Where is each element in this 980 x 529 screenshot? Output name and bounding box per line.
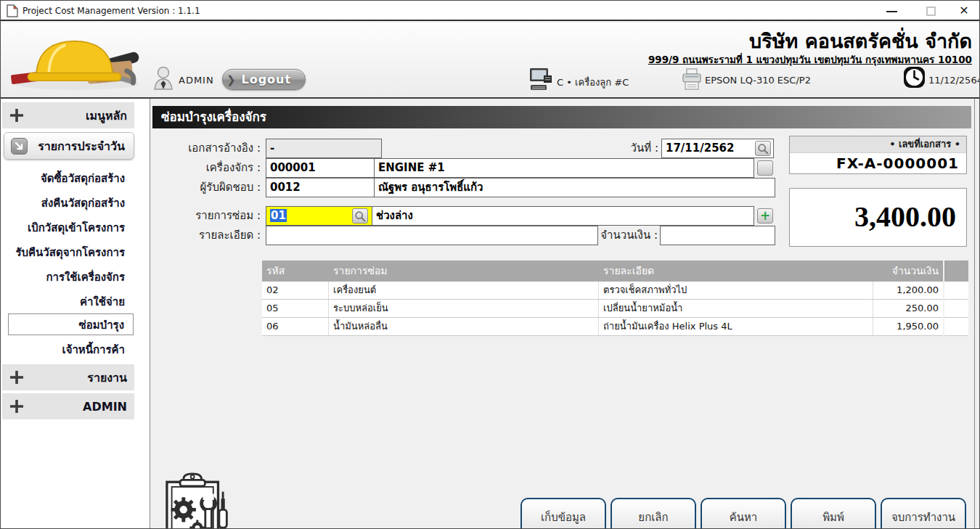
company-address: 999/9 ถนนพระรามที่ 1 แขวงปทุมวัน เขตปทุม… (648, 52, 972, 67)
add-repair-item-button[interactable]: + (757, 208, 773, 224)
doc-ref-field[interactable]: - (266, 139, 382, 158)
sidebar-item-return-materials[interactable]: ส่งคืนวัสดุก่อสร้าง (8, 192, 134, 214)
date-search-button[interactable] (755, 141, 771, 156)
amount-field[interactable] (660, 226, 775, 245)
repair-item-label: รายการซ่อม : (153, 206, 261, 226)
sidebar-group-admin[interactable]: ADMIN (2, 393, 134, 419)
sidebar: เมนูหลัก รายการประจำวัน จัดซื้อวัสดุก่อส… (1, 99, 150, 529)
maintenance-clipboard-logo (155, 471, 235, 529)
construction-logo (9, 30, 144, 94)
plus-icon (9, 108, 24, 123)
cell-code: 02 (262, 282, 329, 299)
sidebar-group-label: เมนูหลัก (24, 107, 134, 125)
detail-label: รายละเอียด : (153, 226, 261, 245)
cell-item: เครื่องยนต์ (329, 282, 599, 299)
column-header-actions (944, 261, 968, 282)
gear-icon (171, 497, 196, 522)
window-title: Project Cost Management Version : 1.1.1 (23, 6, 200, 16)
repair-item-code-value: 01 (270, 209, 287, 222)
sidebar-group-main-menu[interactable]: เมนูหลัก (2, 102, 134, 128)
sidebar-item-trade-payables[interactable]: เจ้าหนี้การค้า (8, 339, 134, 361)
sidebar-group-label: ADMIN (24, 400, 134, 414)
clock-icon (903, 66, 926, 89)
repair-table-extra-body (944, 282, 968, 336)
print-button[interactable]: พิมพ์ (791, 498, 876, 529)
plus-icon: + (760, 210, 770, 222)
sidebar-item-machine-usage[interactable]: การใช้เครื่องจักร (8, 266, 134, 288)
minimize-button[interactable] (881, 1, 902, 21)
logout-button[interactable]: ❯ Logout (222, 69, 306, 90)
repair-item-name-field[interactable]: ช่วงล่าง (372, 206, 754, 226)
machine-label: เครื่องจักร : (153, 158, 261, 178)
date-value: 17/11/2562 (666, 142, 734, 155)
main-right-border (974, 99, 975, 529)
sidebar-item-expenses[interactable]: ค่าใช้จ่าย (8, 291, 134, 313)
search-icon (757, 143, 769, 155)
search-icon (354, 210, 366, 222)
sidebar-group-label: รายงาน (24, 369, 134, 387)
logout-arrow-icon: ❯ (226, 73, 236, 86)
close-button[interactable]: ✕ (953, 1, 975, 21)
datetime-label: 11/12/2564 9:57:46 (928, 75, 980, 86)
sidebar-item-purchase-materials[interactable]: จัดซื้อวัสดุก่อสร้าง (8, 168, 134, 189)
sidebar-item-label: รายการประจำวัน (28, 137, 134, 155)
sidebar-item-issue-materials[interactable]: เบิกวัสดุเข้าโครงการ (8, 217, 134, 239)
page-title: ซ่อมบำรุงเครื่องจักร (152, 106, 971, 128)
machine-browse-button[interactable] (757, 160, 773, 176)
date-label: วันที่ : (552, 139, 658, 158)
maximize-button[interactable] (920, 1, 942, 21)
plus-icon (9, 370, 24, 385)
machine-name-field[interactable]: ENGINE #1 (374, 158, 754, 178)
repair-table-header: รหัส รายการซ่อม รายละเอียด จำนวนเงิน (262, 261, 943, 282)
table-row[interactable]: 06น้ำมันหล่อลื่นถ่ายน้ำมันเครื่อง Helix … (262, 318, 943, 336)
sidebar-item-maintenance[interactable]: ซ่อมบำรุง (8, 313, 134, 335)
responsible-code-field[interactable]: 0012 (266, 178, 375, 197)
cell-detail: เปลี่ยนน้ำยาหม้อน้ำ (599, 300, 873, 317)
row-action-cell (944, 300, 968, 318)
table-row[interactable]: 05ระบบหล่อเย็นเปลี่ยนน้ำยาหม้อน้ำ250.00 (262, 300, 943, 318)
cell-detail: ตรวจเช็คสภาพทั่วไป (599, 282, 873, 299)
search-button[interactable]: ค้นหา (701, 498, 786, 529)
detail-field[interactable] (266, 226, 598, 245)
responsible-name-field[interactable]: ณัฐพร อนุธารโพธิ์แก้ว (374, 178, 775, 197)
printer-icon (681, 68, 703, 90)
sidebar-group-reports[interactable]: รายงาน (2, 364, 134, 390)
exit-button[interactable]: จบการทำงาน (881, 498, 966, 529)
plus-icon (9, 399, 24, 414)
username-label: ADMIN (179, 75, 214, 86)
column-header-item: รายการซ่อม (329, 261, 599, 282)
arrow-se-icon (11, 138, 28, 155)
title-bar: Project Cost Management Version : 1.1.1 … (1, 1, 979, 21)
save-button[interactable]: เก็บข้อมูล (520, 498, 606, 529)
screwdriver-icon (219, 492, 226, 528)
repair-item-search-button[interactable] (352, 208, 368, 224)
doc-number-title: • เลขที่เอกสาร • (790, 136, 966, 153)
doc-number-panel: • เลขที่เอกสาร • FX-A-0000001 (789, 136, 967, 174)
main-left-border (150, 99, 150, 529)
repair-table-body: 02เครื่องยนต์ตรวจเช็คสภาพทั่วไป1,200.000… (262, 282, 943, 336)
cell-item: น้ำมันหล่อลื่น (329, 318, 599, 335)
sidebar-item-receive-materials[interactable]: รับคืนวัสดุจากโครงการ (8, 242, 134, 263)
doc-ref-label: เอกสารอ้างอิง : (153, 139, 261, 158)
cell-code: 06 (262, 318, 329, 335)
app-document-icon (7, 4, 18, 17)
cell-detail: ถ่ายน้ำมันเครื่อง Helix Plus 4L (599, 318, 873, 335)
column-header-amount: จำนวนเงิน (873, 261, 943, 282)
cell-item: ระบบหล่อเย็น (329, 300, 599, 317)
machine-code-field[interactable]: 000001 (266, 158, 375, 178)
sidebar-item-daily-transactions[interactable]: รายการประจำวัน (4, 132, 134, 160)
cancel-button[interactable]: ยกเลิก (611, 498, 696, 529)
app-window: Project Cost Management Version : 1.1.1 … (0, 0, 980, 529)
total-amount-display: 3,400.00 (789, 188, 967, 247)
column-header-detail: รายละเอียด (599, 261, 873, 282)
table-row[interactable]: 02เครื่องยนต์ตรวจเช็คสภาพทั่วไป1,200.00 (262, 282, 943, 300)
cell-amount: 250.00 (873, 300, 943, 317)
column-header-code: รหัส (262, 261, 329, 282)
responsible-label: ผู้รับผิดชอบ : (153, 178, 261, 197)
logout-label: Logout (241, 73, 291, 86)
row-action-cell (944, 318, 968, 336)
printer-label: EPSON LQ-310 ESC/P2 (705, 75, 811, 86)
amount-label: จำนวนเงิน : (598, 226, 658, 245)
app-header: บริษัท คอนสตรัคชั่น จำกัด 999/9 ถนนพระรา… (1, 22, 980, 99)
doc-number-value: FX-A-0000001 (790, 153, 966, 174)
